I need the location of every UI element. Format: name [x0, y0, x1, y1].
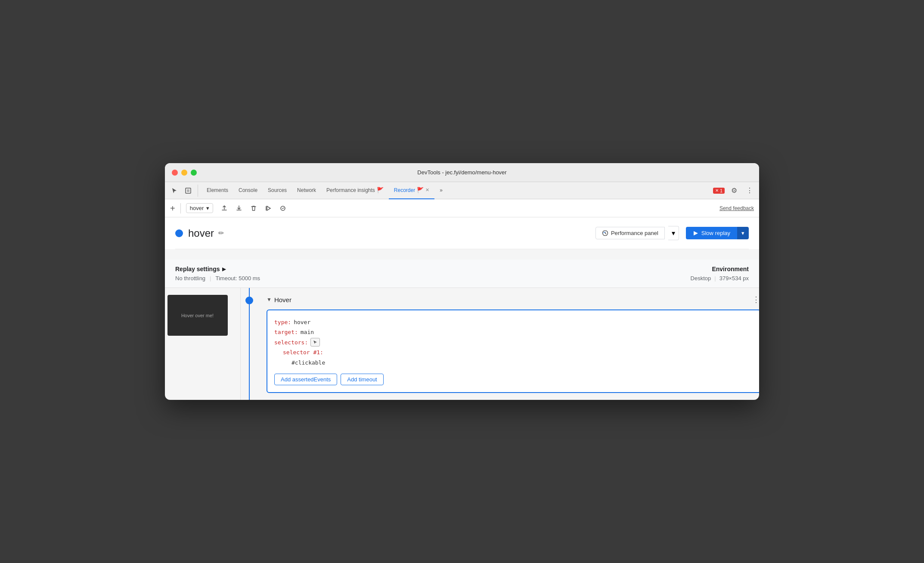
minimize-button[interactable] — [181, 170, 187, 176]
tab-more[interactable]: » — [434, 182, 448, 199]
code-target-line: target: main — [274, 327, 753, 337]
header-action-buttons: Performance panel ▾ Slow replay ▾ — [595, 226, 749, 240]
selector-picker-icon[interactable] — [310, 338, 320, 346]
slow-replay-button[interactable]: Slow replay — [686, 227, 737, 239]
code-selector-val-line: #clickable — [274, 358, 753, 368]
maximize-button[interactable] — [191, 170, 197, 176]
step-over-button[interactable] — [262, 202, 274, 214]
cursor-icon[interactable] — [168, 185, 180, 197]
edit-recording-name-icon[interactable]: ✏ — [218, 229, 224, 237]
chevron-down-icon: ▾ — [672, 229, 675, 237]
replay-settings-section: Replay settings ▶ Environment No throttl… — [165, 260, 759, 288]
timeline-dot — [245, 297, 253, 304]
environment-title: Environment — [712, 266, 749, 272]
step-body: type: hover target: main selectors: — [267, 309, 759, 393]
tab-recorder[interactable]: Recorder 🚩 ✕ — [389, 182, 434, 199]
tab-sources[interactable]: Sources — [263, 182, 292, 199]
main-content: hover ✏ Performance panel ▾ — [165, 217, 759, 249]
title-bar: DevTools - jec.fyi/demo/menu-hover — [165, 163, 759, 182]
import-button[interactable] — [233, 202, 245, 214]
step-header: ▼ Hover ⋮ — [267, 295, 759, 304]
recording-status-dot — [175, 229, 183, 237]
slow-replay-dropdown[interactable]: ▾ — [737, 227, 749, 239]
tab-icon-group — [168, 185, 198, 197]
record-button[interactable] — [277, 202, 289, 214]
devtools-tabs-bar: Elements Console Sources Network Perform… — [165, 182, 759, 199]
step-collapse-icon[interactable]: ▼ — [267, 297, 272, 303]
step-timeline — [241, 288, 258, 400]
code-selector-num-line: selector #1: — [274, 347, 753, 357]
close-button[interactable] — [172, 170, 178, 176]
performance-panel-button[interactable]: Performance panel — [595, 227, 665, 239]
performance-panel-dropdown[interactable]: ▾ — [668, 226, 679, 240]
svg-marker-2 — [267, 206, 270, 210]
svg-marker-6 — [694, 231, 698, 235]
chevron-down-icon: ▾ — [741, 230, 744, 236]
tab-performance[interactable]: Performance insights 🚩 — [321, 182, 389, 199]
step-preview-card: Hover over me! — [167, 295, 228, 336]
svg-rect-1 — [187, 189, 189, 192]
tab-network[interactable]: Network — [292, 182, 321, 199]
replay-settings-toggle[interactable]: Replay settings ▶ — [175, 266, 226, 272]
steps-area: Hover over me! ▼ Hover ⋮ type: hover tar… — [165, 288, 759, 400]
tab-elements[interactable]: Elements — [202, 182, 233, 199]
delete-button[interactable] — [248, 202, 260, 214]
step-menu-icon[interactable]: ⋮ — [752, 295, 759, 304]
replay-settings-meta: No throttling | Timeout: 5000 ms — [175, 275, 260, 282]
tabs-list: Elements Console Sources Network Perform… — [202, 182, 713, 199]
environment-meta: Desktop | 379×534 px — [691, 275, 749, 282]
recording-title: hover — [188, 227, 214, 239]
recorder-tab-close[interactable]: ✕ — [425, 187, 429, 193]
add-asserted-events-button[interactable]: Add assertedEvents — [274, 374, 337, 385]
settings-icon[interactable]: ⚙ — [728, 185, 740, 197]
traffic-lights — [172, 170, 197, 176]
chevron-right-icon: ▶ — [222, 266, 226, 272]
step-preview-panel: Hover over me! — [165, 288, 241, 400]
tab-console[interactable]: Console — [233, 182, 263, 199]
tab-right-actions: ✕ 1 ⚙ ⋮ — [713, 185, 756, 197]
timeline-line — [249, 288, 250, 400]
step-action-buttons: Add assertedEvents Add timeout — [274, 374, 753, 385]
code-selectors-line: selectors: — [274, 337, 753, 347]
error-badge[interactable]: ✕ 1 — [713, 188, 725, 194]
add-recording-button[interactable]: + — [170, 204, 175, 213]
more-options-icon[interactable]: ⋮ — [744, 185, 756, 197]
toolbar-action-buttons — [218, 202, 289, 214]
window-title: DevTools - jec.fyi/demo/menu-hover — [417, 169, 506, 176]
export-button[interactable] — [218, 202, 230, 214]
chevron-down-icon: ▾ — [206, 205, 209, 211]
step-title: Hover — [274, 296, 291, 303]
add-timeout-button[interactable]: Add timeout — [341, 374, 383, 385]
recording-selector[interactable]: hover ▾ — [186, 203, 214, 213]
recorder-toolbar: + hover ▾ — [165, 199, 759, 217]
code-type-line: type: hover — [274, 317, 753, 327]
devtools-window: DevTools - jec.fyi/demo/menu-hover Eleme… — [165, 163, 759, 400]
step-content: ▼ Hover ⋮ type: hover target: main selec… — [258, 288, 759, 400]
recording-header: hover ✏ Performance panel ▾ — [175, 226, 749, 249]
send-feedback-link[interactable]: Send feedback — [719, 205, 754, 211]
inspect-icon[interactable] — [182, 185, 194, 197]
